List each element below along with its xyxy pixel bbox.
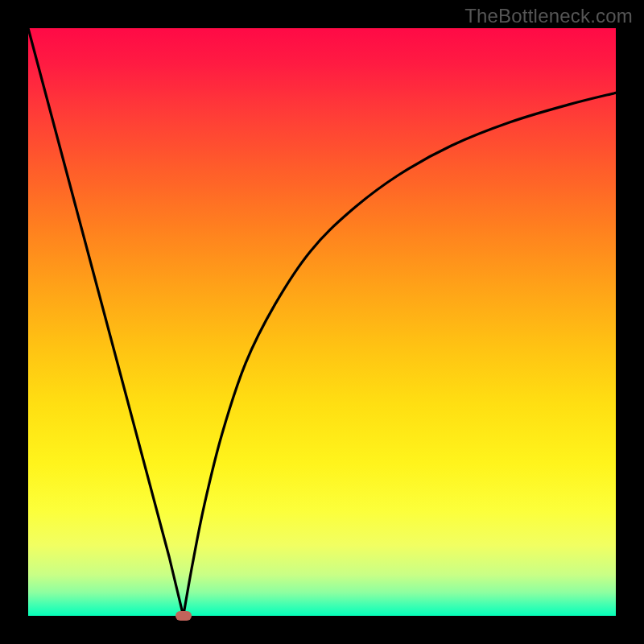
optimum-marker [175,611,192,621]
curve-svg [28,28,616,616]
plot-area [28,28,616,616]
watermark-text: TheBottleneck.com [464,5,633,27]
chart-frame: TheBottleneck.com [0,0,644,644]
bottleneck-curve [28,28,616,616]
